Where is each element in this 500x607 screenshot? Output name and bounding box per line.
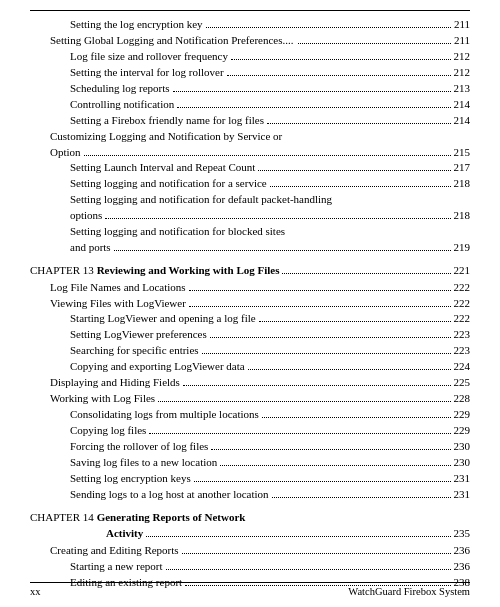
toc-row: Sending logs to a log host at another lo… [30,487,470,503]
toc-row: options218 [30,208,470,224]
toc-row: Saving log files to a new location230 [30,455,470,471]
toc-row: Setting LogViewer preferences223 [30,327,470,343]
page-num: 228 [454,391,471,407]
dots [258,170,450,171]
toc-label: Setting logging and notification for a s… [70,176,267,192]
dots [210,337,451,338]
dots [189,290,451,291]
dots [272,497,451,498]
page-num: 223 [454,327,471,343]
page-num: 231 [454,487,471,503]
dots [262,417,451,418]
toc-row: Forcing the rollover of log files230 [30,439,470,455]
page-num: 231 [454,471,471,487]
chapter-label: CHAPTER 14 Generating Reports of Network [30,509,245,526]
chapter-row: CHAPTER 14 Generating Reports of Network… [30,509,470,542]
toc-row: Setting logging and notification for blo… [30,224,470,240]
dots [259,321,451,322]
toc-label: Option [50,145,81,161]
toc-label: Starting a new report [70,559,163,575]
toc-row: Viewing Files with LogViewer222 [30,296,470,312]
page-num: 214 [454,97,471,113]
toc-row: Working with Log Files228 [30,391,470,407]
dots [183,385,451,386]
page-num: 221 [454,262,471,279]
toc-label: Copying log files [70,423,146,439]
toc-label: Setting log encryption keys [70,471,191,487]
toc-row: Controlling notification214 [30,97,470,113]
toc-label: Setting Global Logging and Notification … [50,33,282,49]
toc-label: Controlling notification [70,97,174,113]
page-num: 218 [454,208,471,224]
toc-label: Setting the log encryption key [70,17,203,33]
dots [298,43,450,44]
toc-row: Setting logging and notification for def… [30,192,470,208]
toc-row: Setting a Firebox friendly name for log … [30,113,470,129]
toc-row: Option215 [30,145,470,161]
page-num: 211 [454,17,470,33]
toc-label: Working with Log Files [50,391,155,407]
page-num: 223 [454,343,471,359]
page-num: 229 [454,407,471,423]
dots [105,218,450,219]
toc-label: Customizing Logging and Notification by … [50,129,282,145]
dots [194,481,451,482]
toc-row: Log File Names and Locations222 [30,280,470,296]
toc-row: Displaying and Hiding Fields225 [30,375,470,391]
page-num: 213 [454,81,471,97]
page-num: 236 [454,559,471,575]
toc-content: Setting the log encryption key211Setting… [30,17,470,591]
toc-label: and ports [70,240,111,256]
dots [202,353,451,354]
page-num: 236 [454,543,471,559]
chapter-page: 235 [454,525,471,542]
page-num: 230 [454,455,471,471]
toc-label: Viewing Files with LogViewer [50,296,186,312]
page-num: 230 [454,439,471,455]
toc-row: Setting the log encryption key211 [30,17,470,33]
dots [189,306,451,307]
page-num: 211 [454,33,470,49]
dots [282,273,450,274]
toc-label: Creating and Editing Reports [50,543,179,559]
page-num: 225 [454,375,471,391]
toc-label: Displaying and Hiding Fields [50,375,180,391]
dots [227,75,451,76]
page-num: 222 [454,311,471,327]
dots [267,123,451,124]
toc-row: Setting log encryption keys231 [30,471,470,487]
chapter-activity-label: Activity [106,525,143,542]
toc-row: Consolidating logs from multiple locatio… [30,407,470,423]
toc-label: Log file size and rollover frequency [70,49,228,65]
toc-label: Copying and exporting LogViewer data [70,359,245,375]
toc-label: Saving log files to a new location [70,455,217,471]
page-num: 212 [454,49,471,65]
toc-label: Setting LogViewer preferences [70,327,207,343]
toc-row: Searching for specific entries223 [30,343,470,359]
toc-row: Setting logging and notification for a s… [30,176,470,192]
toc-row: Creating and Editing Reports236 [30,543,470,559]
toc-row: Copying log files229 [30,423,470,439]
dots [220,465,450,466]
dots [166,569,451,570]
page-num: 215 [454,145,471,161]
dots [177,107,450,108]
chapter-row: CHAPTER 13 Reviewing and Working with Lo… [30,262,470,279]
toc-row: and ports219 [30,240,470,256]
toc-label: Setting a Firebox friendly name for log … [70,113,264,129]
chapter-label: CHAPTER 13 Reviewing and Working with Lo… [30,262,279,279]
page-num: 214 [454,113,471,129]
toc-row: Setting Launch Interval and Repeat Count… [30,160,470,176]
toc-row: Setting Global Logging and Notification … [30,33,470,49]
dots [158,401,450,402]
toc-label: Setting logging and notification for def… [70,192,332,208]
toc-row: Starting a new report236 [30,559,470,575]
page: Setting the log encryption key211Setting… [0,0,500,607]
dots [248,369,451,370]
page-num: 212 [454,65,471,81]
footer-right: WatchGuard Firebox System [348,586,470,597]
toc-row: Customizing Logging and Notification by … [30,129,470,145]
toc-label: Starting LogViewer and opening a log fil… [70,311,256,327]
toc-label: Log File Names and Locations [50,280,186,296]
dots [211,449,450,450]
